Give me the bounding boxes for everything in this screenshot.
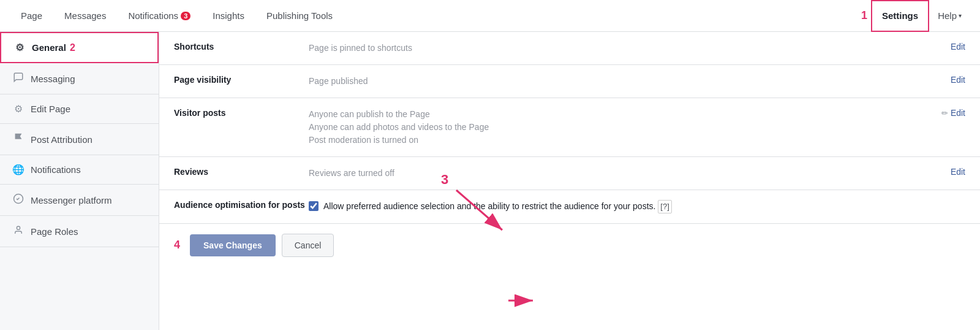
page-visibility-label: Page visibility [174, 75, 309, 85]
shortcuts-edit[interactable]: Edit [951, 42, 965, 52]
main-layout: ⚙ General 2 Messaging ⚙ Edit Page Post A… [0, 32, 980, 330]
top-nav: Page Messages Notifications 3 Insights P… [0, 0, 980, 32]
nav-label-insights: Insights [213, 10, 244, 21]
visitor-posts-edit-label: Edit [951, 108, 965, 118]
settings-label: Settings [882, 10, 918, 21]
page-wrapper: Page Messages Notifications 3 Insights P… [0, 0, 980, 330]
visitor-posts-value: Anyone can publish to the Page Anyone ca… [309, 108, 932, 147]
reviews-label: Reviews [174, 167, 309, 177]
help-link[interactable]: [?] [658, 200, 671, 213]
audience-checkbox[interactable] [309, 201, 318, 211]
settings-nav-item[interactable]: Settings [871, 0, 929, 32]
help-arrow-icon: ▾ [959, 12, 962, 19]
shortcuts-row: Shortcuts Page is pinned to shortcuts Ed… [159, 32, 980, 65]
visitor-posts-line2: Anyone can add photos and videos to the … [309, 121, 932, 134]
nav-item-publishing-tools[interactable]: Publishing Tools [255, 0, 344, 32]
nav-label-publishing-tools: Publishing Tools [266, 10, 333, 21]
person-icon [12, 224, 24, 238]
cancel-button[interactable]: Cancel [282, 234, 334, 257]
sidebar-item-messaging[interactable]: Messaging [0, 63, 159, 94]
svg-point-1 [17, 226, 20, 229]
help-nav-item[interactable]: Help ▾ [929, 10, 970, 21]
audience-text: Allow preferred audience selection and t… [323, 200, 672, 213]
nav-label-page: Page [21, 10, 42, 21]
page-visibility-edit[interactable]: Edit [951, 75, 965, 85]
nav-label-notifications: Notifications [128, 10, 178, 21]
audience-content: Allow preferred audience selection and t… [309, 200, 965, 213]
save-changes-button[interactable]: Save Changes [190, 234, 276, 256]
visitor-posts-label: Visitor posts [174, 108, 309, 118]
sidebar-label-general: General [32, 42, 66, 53]
page-visibility-value: Page published [309, 75, 941, 88]
reviews-edit[interactable]: Edit [951, 167, 965, 177]
action-row: 4 Save Changes Cancel [159, 224, 980, 267]
settings-content: Shortcuts Page is pinned to shortcuts Ed… [159, 32, 980, 330]
nav-item-insights[interactable]: Insights [202, 0, 255, 32]
annotation-1: 1 [861, 9, 867, 22]
nav-item-notifications[interactable]: Notifications 3 [117, 0, 202, 32]
sidebar-label-post-attribution: Post Attribution [31, 134, 92, 145]
shortcuts-label: Shortcuts [174, 42, 309, 52]
nav-item-page[interactable]: Page [10, 0, 53, 32]
globe-icon: 🌐 [12, 164, 24, 175]
reviews-row: Reviews Reviews are turned off Edit [159, 157, 980, 190]
annotation-2: 2 [70, 42, 75, 53]
sidebar-item-page-roles[interactable]: Page Roles [0, 216, 159, 247]
sidebar-item-edit-page[interactable]: ⚙ Edit Page [0, 94, 159, 124]
sidebar-item-post-attribution[interactable]: Post Attribution [0, 124, 159, 155]
shortcuts-value: Page is pinned to shortcuts [309, 42, 941, 55]
visitor-posts-line3: Post moderation is turned on [309, 134, 932, 147]
edit-page-icon: ⚙ [12, 103, 24, 115]
help-label: Help [938, 10, 957, 21]
nav-items: Page Messages Notifications 3 Insights P… [10, 0, 861, 32]
gear-icon: ⚙ [13, 42, 26, 53]
messenger-icon [12, 193, 24, 207]
audience-label: Audience optimisation for posts [174, 200, 309, 210]
sidebar-label-messaging: Messaging [31, 74, 75, 84]
audience-row: Audience optimisation for posts Allow pr… [159, 190, 980, 224]
sidebar-item-general[interactable]: ⚙ General 2 [0, 32, 159, 63]
visitor-posts-row: Visitor posts Anyone can publish to the … [159, 98, 980, 157]
sidebar-item-notifications[interactable]: 🌐 Notifications [0, 155, 159, 185]
notifications-badge: 3 [181, 12, 190, 20]
reviews-value: Reviews are turned off [309, 167, 941, 180]
flag-icon [12, 132, 24, 146]
pencil-icon: ✏ [941, 109, 948, 118]
visitor-posts-line1: Anyone can publish to the Page [309, 108, 932, 121]
nav-label-messages: Messages [64, 10, 106, 21]
nav-item-messages[interactable]: Messages [53, 0, 117, 32]
sidebar-label-page-roles: Page Roles [31, 226, 78, 237]
sidebar-item-messenger-platform[interactable]: Messenger platform [0, 185, 159, 216]
sidebar-label-messenger-platform: Messenger platform [31, 195, 112, 205]
sidebar-label-notifications: Notifications [31, 164, 81, 175]
sidebar-label-edit-page: Edit Page [31, 104, 70, 114]
annotation-4: 4 [174, 239, 180, 251]
sidebar: ⚙ General 2 Messaging ⚙ Edit Page Post A… [0, 32, 159, 330]
visitor-posts-edit[interactable]: ✏ Edit [941, 108, 965, 118]
messaging-icon [12, 72, 24, 85]
page-visibility-row: Page visibility Page published Edit [159, 65, 980, 98]
audience-description: Allow preferred audience selection and t… [323, 201, 655, 211]
